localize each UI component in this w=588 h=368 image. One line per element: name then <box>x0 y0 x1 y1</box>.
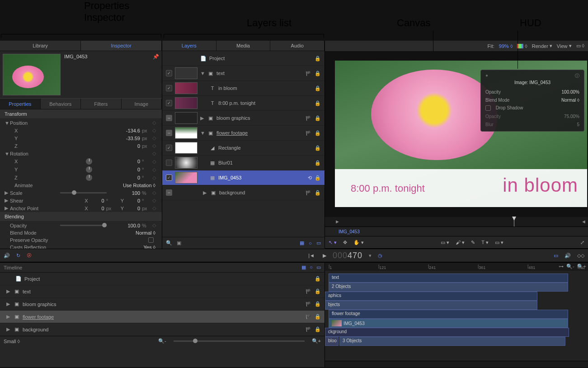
animate-value[interactable]: Use Rotation ◊ <box>112 183 157 188</box>
clock-icon[interactable]: ◷ <box>378 253 382 259</box>
rot-z-value[interactable]: 0 <box>110 175 142 180</box>
clip-icon[interactable]: ▭ <box>316 240 321 246</box>
visibility-checkbox[interactable] <box>166 189 172 196</box>
scale-value[interactable]: 100 <box>110 190 142 196</box>
visibility-checkbox[interactable] <box>166 115 172 121</box>
snap-icon[interactable]: ⊶ <box>559 264 564 269</box>
layer-flags-icon[interactable]: 🏴 <box>306 71 312 76</box>
subtab-image[interactable]: Image <box>122 99 162 109</box>
layer-flags-icon[interactable]: 🏴 <box>306 131 312 136</box>
fit-value[interactable]: 99% ◊ <box>499 43 513 49</box>
disclosure-icon[interactable]: ▶ <box>5 190 10 196</box>
visibility-checkbox[interactable] <box>166 145 172 151</box>
lock-icon[interactable]: 🔒 <box>315 288 321 294</box>
shear-y-value[interactable]: 0 <box>124 198 142 203</box>
timecode-menu-icon[interactable]: ▾ <box>369 253 372 259</box>
lock-icon[interactable]: 🔒 <box>315 175 321 181</box>
zoom-out-icon[interactable]: 🔍- <box>158 338 166 344</box>
lock-icon[interactable]: 🔒 <box>315 115 321 121</box>
lock-icon[interactable]: 🔒 <box>315 301 321 307</box>
keyframe-icon[interactable]: ◇ <box>151 198 157 203</box>
display-icon[interactable]: ▭ ◊ <box>576 43 585 49</box>
pos-z-value[interactable]: 0 <box>110 143 142 149</box>
pen-tool-icon[interactable]: ✎ <box>471 240 475 245</box>
lock-icon[interactable]: 🔒 <box>315 56 321 61</box>
visibility-checkbox[interactable] <box>166 85 172 91</box>
zoom-out-icon[interactable]: 🔍- <box>566 264 574 269</box>
visibility-checkbox[interactable] <box>166 100 172 106</box>
keyframe-icon[interactable]: ◇ <box>151 167 157 173</box>
lock-icon[interactable]: 🔒 <box>315 71 321 76</box>
lock-icon[interactable]: 🔒 <box>315 276 321 282</box>
disclosure-icon[interactable]: ▶ <box>203 190 207 196</box>
keyframe-icon[interactable]: ◇ <box>151 143 157 149</box>
blend-value[interactable]: Normal ◊ <box>121 230 157 236</box>
hud-blend-value[interactable]: Normal ◊ <box>561 98 579 103</box>
visibility-checkbox[interactable] <box>166 130 172 136</box>
search-icon[interactable]: 🔍 <box>166 240 172 246</box>
layer-flags-icon[interactable]: 🏴 <box>306 327 312 332</box>
dial-icon[interactable] <box>86 166 92 173</box>
zoom-in-icon[interactable]: 🔍+ <box>577 264 586 269</box>
hud-opacity-value[interactable]: 100.00% <box>562 90 579 94</box>
mask-icon[interactable]: ▦ <box>300 240 304 246</box>
shear-x-value[interactable]: 0 <box>88 198 106 203</box>
layer-flags-icon[interactable]: 🏴 <box>306 314 312 319</box>
keyframe-icon[interactable]: ◇ <box>151 127 157 133</box>
view-menu[interactable]: View ▾ <box>557 43 572 49</box>
tl-background[interactable]: background <box>23 327 303 332</box>
track-flower[interactable]: flower footage <box>329 310 568 319</box>
color-channels-icon[interactable]: ◊ <box>517 43 527 49</box>
lock-icon[interactable]: 🔒 <box>315 160 321 166</box>
mask-tool-icon[interactable]: ▭ ▾ <box>495 240 503 245</box>
hud-drop-checkbox[interactable] <box>485 105 491 111</box>
disclosure-icon[interactable]: ▼ <box>200 71 205 76</box>
opacity-value[interactable]: 100.0 <box>110 223 142 228</box>
track-bg-objects[interactable]: 3 Objects <box>339 337 565 346</box>
visibility-checkbox[interactable] <box>166 175 172 181</box>
link-icon[interactable]: ⟲ <box>308 175 312 181</box>
play-icon[interactable]: ▶ <box>323 253 326 259</box>
pos-y-value[interactable]: -33.59 <box>110 136 142 141</box>
lock-icon[interactable]: 🔒 <box>315 326 321 332</box>
tab-inspector[interactable]: Inspector <box>81 41 162 51</box>
tab-audio[interactable]: Audio <box>270 41 325 51</box>
tl-flower-footage[interactable]: flower footage <box>23 314 303 320</box>
record-icon[interactable]: ⦿ <box>27 253 32 259</box>
audio-view-icon[interactable]: 🔊 <box>564 253 571 259</box>
rot-y-value[interactable]: 0 <box>110 167 142 172</box>
timeline-tracks[interactable]: |1 |121 |241 |361 |481 |601 text 2 Objec… <box>325 263 588 367</box>
preserve-checkbox[interactable] <box>148 237 154 243</box>
rect-tool-icon[interactable]: ▭ ▾ <box>441 240 449 245</box>
keyframe-icon[interactable]: ◇ <box>151 205 157 211</box>
track-text[interactable]: text <box>329 274 568 283</box>
out-marker-icon[interactable]: ◄ <box>581 219 586 224</box>
subtab-behaviors[interactable]: Behaviors <box>41 99 81 109</box>
rot-x-value[interactable]: 0 <box>110 159 142 164</box>
playhead-icon[interactable] <box>514 217 514 226</box>
visibility-checkbox[interactable] <box>166 160 172 166</box>
timeline-scrollbar[interactable] <box>325 361 588 367</box>
lock-icon[interactable]: 🔒 <box>315 145 321 151</box>
tl-text[interactable]: text <box>23 289 303 294</box>
layer-flags-icon[interactable]: 🏴 <box>306 302 312 307</box>
subtab-filters[interactable]: Filters <box>81 99 122 109</box>
layer-blur[interactable]: Blur01 <box>218 160 312 165</box>
tl-gear-icon[interactable]: ○ <box>310 264 313 270</box>
disclosure-icon[interactable]: ▶ <box>5 198 10 203</box>
anchor-y-value[interactable]: 0 <box>124 206 142 211</box>
track-graphics-objects[interactable]: bjects <box>325 301 537 310</box>
lock-icon[interactable]: 🔒 <box>315 85 321 91</box>
transform-tool-icon[interactable]: ✥ <box>343 240 347 245</box>
track-background[interactable]: ckground <box>325 328 569 337</box>
layer-rectangle[interactable]: Rectangle <box>218 145 312 151</box>
track-img[interactable]: IMG_0453 <box>329 319 568 328</box>
mini-timeline[interactable]: ◄ ► <box>325 217 588 227</box>
timeline-ruler[interactable]: |1 |121 |241 |361 |481 |601 <box>325 263 588 271</box>
dial-icon[interactable] <box>86 158 92 165</box>
timeline-size[interactable]: Small ◊ <box>4 339 20 344</box>
visibility-checkbox[interactable] <box>166 70 172 76</box>
track-graphics[interactable]: aphics <box>325 292 537 301</box>
tl-project[interactable]: Project <box>24 276 312 282</box>
opacity-slider[interactable] <box>60 225 107 226</box>
